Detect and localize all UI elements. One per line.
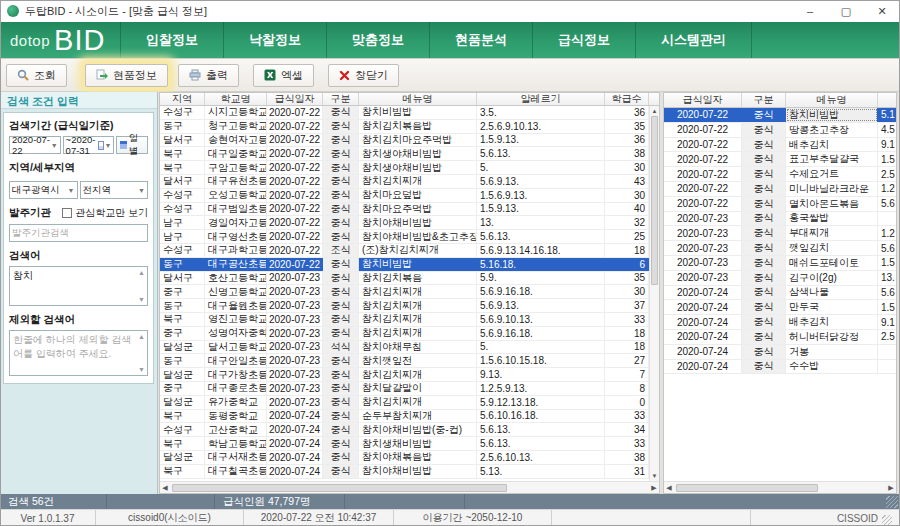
table-cell[interactable]: 2020-07-22: [664, 108, 742, 122]
table-cell[interactable]: 6: [605, 258, 649, 271]
table-cell[interactable]: 중식: [323, 313, 359, 326]
table-row[interactable]: 동구청구고등학교2020-07-22중식참치김치볶음밥2.5.6.9.10.13…: [160, 120, 649, 134]
table-cell[interactable]: 2020-07-22: [664, 167, 742, 181]
table-cell[interactable]: 중식: [742, 108, 786, 122]
table-row[interactable]: 북구학남고등학교2020-07-24중식참치생채비빔밥5.6.13.33: [160, 437, 649, 451]
table-cell[interactable]: 참치김치찌개: [359, 175, 477, 188]
table-cell[interactable]: 중식: [323, 437, 359, 450]
exclude-textarea[interactable]: 한줄에 하나의 제외할 검색어를 입력하여 주세요. ▲ ▼: [9, 330, 148, 376]
table-cell[interactable]: 2020-07-24: [664, 315, 742, 329]
table-cell[interactable]: 수성구: [160, 203, 205, 216]
table-cell[interactable]: 30: [605, 285, 649, 298]
table-cell[interactable]: 중식: [742, 212, 786, 226]
table-cell[interactable]: 5.: [477, 161, 605, 174]
scroll-right-icon[interactable]: ▶: [649, 484, 659, 492]
table-cell[interactable]: 중식: [323, 396, 359, 409]
table-cell[interactable]: 2020-07-23: [267, 354, 323, 367]
menu-item[interactable]: 시스템관리: [635, 22, 752, 58]
table-cell[interactable]: 중식: [323, 382, 359, 395]
menu-item[interactable]: 현품분석: [429, 22, 532, 58]
table-cell[interactable]: 중식: [323, 175, 359, 188]
table-cell[interactable]: 중식: [323, 230, 359, 243]
table-cell[interactable]: 중식: [323, 410, 359, 423]
vertical-scrollbar[interactable]: ▲ ▼: [649, 106, 659, 481]
table-cell[interactable]: 2020-07-22: [664, 138, 742, 152]
column-header[interactable]: 급식일자: [664, 93, 742, 107]
table-cell[interactable]: 중식: [742, 152, 786, 166]
scroll-up-icon[interactable]: ▲: [138, 333, 145, 340]
table-cell[interactable]: 대구범일초등...: [205, 203, 267, 216]
table-cell[interactable]: 5.6.10.16.18.: [477, 410, 605, 423]
table-cell[interactable]: 중식: [323, 203, 359, 216]
table-cell[interactable]: 5.16.18.: [477, 258, 605, 271]
table-cell[interactable]: 1.2: [878, 226, 896, 240]
table-cell[interactable]: 중구: [160, 285, 205, 298]
product-info-button[interactable]: 현품정보: [85, 64, 168, 87]
table-cell[interactable]: 2020-07-24: [267, 410, 323, 423]
table-row[interactable]: 동구대구율원초등...2020-07-23중식참치김치찌개5.6.9.13.37: [160, 299, 649, 313]
table-cell[interactable]: 2.5: [878, 167, 896, 181]
table-cell[interactable]: 2020-07-22: [267, 189, 323, 202]
table-cell[interactable]: 대구유천초등...: [205, 175, 267, 188]
table-row[interactable]: 북구구암고등학교2020-07-22중식참치생야채비빔밥5.30: [160, 161, 649, 175]
table-cell[interactable]: 배추김치: [786, 315, 878, 329]
table-cell[interactable]: 중식: [323, 120, 359, 133]
table-cell[interactable]: 33: [605, 437, 649, 450]
table-cell[interactable]: 중식: [742, 226, 786, 240]
table-cell[interactable]: 참치생야채비빔밥: [359, 161, 477, 174]
table-cell[interactable]: 중식: [323, 299, 359, 312]
table-cell[interactable]: 중식: [742, 256, 786, 270]
table-cell[interactable]: 2020-07-22: [664, 182, 742, 196]
scroll-left-icon[interactable]: ◀: [160, 484, 170, 492]
table-cell[interactable]: 5.6.13.: [477, 230, 605, 243]
date-to-picker[interactable]: ~2020-07-31▼: [63, 136, 115, 154]
table-cell[interactable]: 유가중학교: [205, 396, 267, 409]
table-cell[interactable]: 참치생채비빔밥: [359, 437, 477, 450]
table-cell[interactable]: [878, 212, 896, 226]
table-row[interactable]: 동구대구안일초등...2020-07-23중식참치깻잎전1.5.6.10.15.…: [160, 354, 649, 368]
table-row[interactable]: 중구성명여자중학교2020-07-23중식참치김치찌개5.6.9.16.18.1…: [160, 327, 649, 341]
scroll-left-icon[interactable]: ◀: [664, 484, 674, 492]
table-cell[interactable]: 달서고등학교: [205, 341, 267, 354]
column-header[interactable]: 급식일자: [267, 93, 323, 105]
table-cell[interactable]: 1.5: [878, 152, 896, 166]
table-cell[interactable]: 2020-07-22: [267, 216, 323, 229]
table-cell[interactable]: 남구: [160, 216, 205, 229]
table-cell[interactable]: 참치비빔밥: [786, 108, 878, 122]
table-cell[interactable]: 멸치아몬드볶음: [786, 197, 878, 211]
scroll-up-icon[interactable]: ▲: [650, 106, 659, 116]
column-header[interactable]: 알레르기: [477, 93, 605, 105]
table-row[interactable]: 2020-07-22중식참치비빔밥5.1: [664, 108, 896, 123]
table-cell[interactable]: 2.5: [878, 330, 896, 344]
table-cell[interactable]: 배추김치: [786, 138, 878, 152]
table-cell[interactable]: 2020-07-23: [267, 382, 323, 395]
table-cell[interactable]: 중식: [742, 300, 786, 314]
table-cell[interactable]: 5.6.9.16.18.: [477, 285, 605, 298]
table-cell[interactable]: 북구: [160, 147, 205, 160]
table-cell[interactable]: 북구: [160, 161, 205, 174]
table-cell[interactable]: 2020-07-23: [267, 327, 323, 340]
menu-item[interactable]: 맞춤정보: [326, 22, 429, 58]
menu-item[interactable]: 급식정보: [532, 22, 635, 58]
table-row[interactable]: 북구대구일중학교2020-07-22중식참치생야채비빔밥5.6.13.38: [160, 147, 649, 161]
table-cell[interactable]: 달성군: [160, 451, 205, 464]
table-cell[interactable]: 36: [605, 106, 649, 119]
table-cell[interactable]: 2020-07-23: [664, 241, 742, 255]
table-cell[interactable]: 중식: [323, 285, 359, 298]
table-cell[interactable]: 5.6.13.: [477, 147, 605, 160]
table-cell[interactable]: 5.6.9.13.: [477, 175, 605, 188]
table-cell[interactable]: 중구: [160, 327, 205, 340]
excel-button[interactable]: 엑셀: [253, 64, 314, 87]
table-cell[interactable]: 5.6: [878, 286, 896, 300]
table-cell[interactable]: 중식: [742, 167, 786, 181]
table-cell[interactable]: 30: [605, 161, 649, 174]
table-cell[interactable]: 2020-07-22: [664, 197, 742, 211]
table-cell[interactable]: 2020-07-24: [664, 330, 742, 344]
table-cell[interactable]: 2020-07-24: [267, 465, 323, 478]
table-cell[interactable]: 중식: [742, 241, 786, 255]
horizontal-scrollbar[interactable]: ◀ ▶: [664, 481, 896, 493]
table-cell[interactable]: 깻잎김치: [786, 241, 878, 255]
table-cell[interactable]: 만두국: [786, 300, 878, 314]
table-cell[interactable]: 북구: [160, 313, 205, 326]
table-cell[interactable]: 수제요거트: [786, 167, 878, 181]
